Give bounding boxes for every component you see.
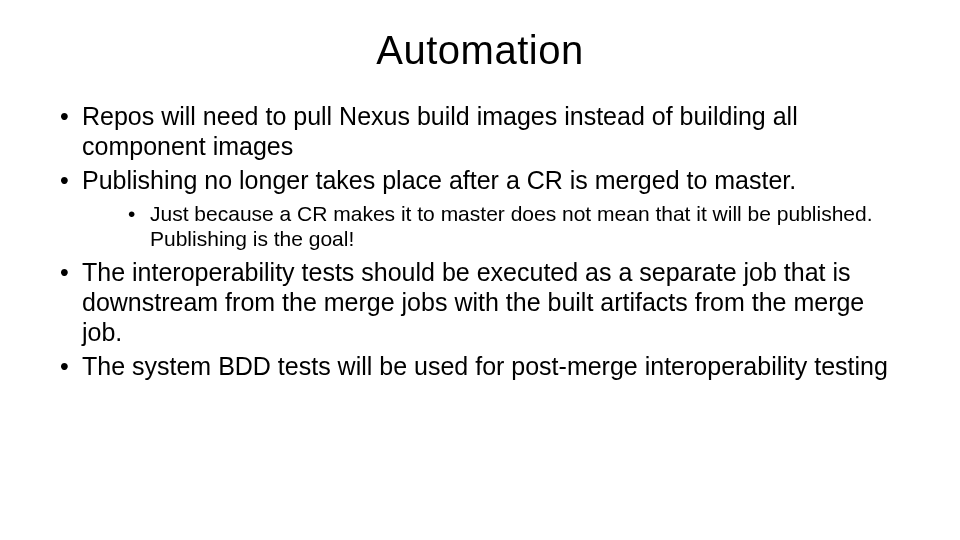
list-item: The system BDD tests will be used for po… [60, 351, 900, 381]
list-item: The interoperability tests should be exe… [60, 257, 900, 347]
bullet-text: The system BDD tests will be used for po… [82, 352, 888, 380]
slide: Automation Repos will need to pull Nexus… [0, 0, 960, 540]
list-item: Publishing no longer takes place after a… [60, 165, 900, 251]
bullet-text: Just because a CR makes it to master doe… [150, 202, 873, 250]
sub-bullet-list: Just because a CR makes it to master doe… [82, 201, 900, 251]
bullet-list: Repos will need to pull Nexus build imag… [60, 101, 900, 381]
list-item: Just because a CR makes it to master doe… [128, 201, 900, 251]
bullet-text: Repos will need to pull Nexus build imag… [82, 102, 798, 160]
bullet-text: Publishing no longer takes place after a… [82, 166, 796, 194]
slide-title: Automation [60, 28, 900, 73]
bullet-text: The interoperability tests should be exe… [82, 258, 864, 346]
list-item: Repos will need to pull Nexus build imag… [60, 101, 900, 161]
